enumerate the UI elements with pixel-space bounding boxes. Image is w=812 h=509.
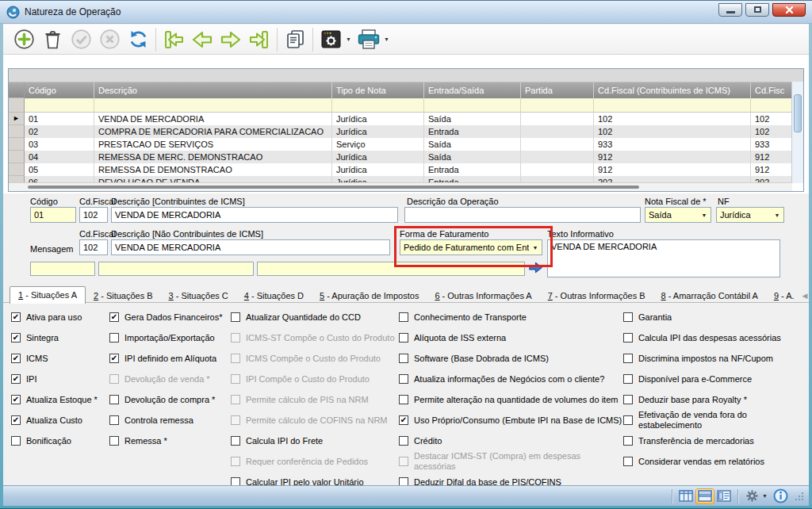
mensagem-field-1[interactable] — [30, 262, 95, 276]
print-button[interactable] — [354, 26, 383, 53]
grid-column-header[interactable]: Código — [25, 82, 94, 98]
checkbox-item[interactable]: Devolução de venda * — [109, 369, 230, 389]
tab-a-[interactable]: 9 - A. — [766, 288, 802, 303]
checkbox-item[interactable]: Atualiza informações de Negócios com o c… — [399, 369, 622, 389]
horizontal-scrollbar[interactable] — [9, 182, 792, 191]
restore-button[interactable] — [745, 3, 769, 17]
chevron-down-icon[interactable]: ▼ — [698, 208, 710, 222]
tab-apura-o-de-impostos[interactable]: 5 - Apuração de Impostos — [312, 288, 427, 303]
checkbox[interactable] — [623, 333, 633, 343]
checkbox-item[interactable]: Permite cálculo de PIS na NRM — [231, 389, 397, 410]
grid-view-button[interactable] — [676, 488, 695, 504]
grid-filter-cell[interactable] — [424, 98, 521, 113]
checkbox-item[interactable]: Remessa * — [109, 431, 230, 451]
checkbox-item[interactable]: ✔Ativa para uso — [11, 307, 109, 327]
nf-select[interactable]: Jurídica ▼ — [716, 207, 784, 223]
checkbox-item[interactable]: ✔Gera Dados Financeiros* — [109, 307, 230, 327]
checkbox[interactable] — [399, 333, 408, 343]
checkbox[interactable] — [231, 312, 240, 322]
next-record-button[interactable] — [216, 26, 245, 53]
checkbox[interactable] — [623, 374, 633, 384]
delete-button[interactable] — [38, 26, 67, 53]
descricao-nao-contribuintes-field[interactable]: VENDA DE MERCADORIA — [111, 239, 390, 255]
checkbox[interactable]: ✔ — [109, 354, 119, 363]
grid-column-header[interactable]: Partida — [521, 82, 594, 98]
codigo-field[interactable]: 01 — [30, 207, 76, 223]
close-button[interactable] — [772, 3, 806, 17]
checkbox[interactable] — [623, 457, 633, 466]
checkbox-item[interactable]: ✔IPI definido em Alíquota — [109, 348, 230, 369]
checkbox-item[interactable]: ✔Uso Próprio/Consumo (Embute IPI na Base… — [399, 410, 622, 431]
checkbox[interactable] — [11, 436, 21, 446]
checkbox[interactable]: ✔ — [11, 333, 21, 343]
checkbox[interactable]: ✔ — [399, 415, 408, 425]
checkbox-item[interactable]: ✔Sintegra — [11, 327, 109, 348]
checkbox[interactable]: ✔ — [11, 354, 21, 363]
checkbox-item[interactable]: Devolução de compra * — [109, 389, 230, 410]
checkbox-item[interactable]: Software (Base Dobrada de ICMS) — [399, 348, 622, 369]
refresh-button[interactable] — [124, 26, 152, 53]
apply-message-button[interactable] — [528, 260, 543, 278]
checkbox-item[interactable]: Atualizar Quantidade do CCD — [231, 307, 397, 327]
tab-situa-es-c[interactable]: 3 - Situações C — [161, 288, 236, 303]
row-selector[interactable] — [9, 138, 25, 151]
cd-fiscal-2-field[interactable]: 102 — [79, 239, 108, 255]
first-record-button[interactable] — [159, 26, 188, 53]
checkbox[interactable]: ✔ — [109, 312, 119, 322]
table-row[interactable]: ►01VENDA DE MERCADORIAJurídicaSaída10210… — [9, 113, 792, 125]
checkbox[interactable]: ✔ — [11, 415, 21, 425]
scrollbar-thumb[interactable] — [28, 186, 639, 189]
grid-filter-cell[interactable] — [25, 98, 94, 113]
tab-situa-es-d[interactable]: 4 - Situações D — [236, 288, 312, 303]
forma-faturamento-select[interactable]: Pedido de Faturamento com Entre ▼ — [400, 239, 542, 255]
row-selector[interactable] — [9, 163, 25, 176]
mensagem-field-3[interactable] — [257, 262, 525, 276]
checkbox-item[interactable]: Crédito — [399, 431, 622, 451]
table-row[interactable]: 05REMESSA DE DEMONSTRACAOJurídicaEntrada… — [9, 163, 792, 176]
checkbox-item[interactable]: Alíquota de ISS externa — [399, 327, 622, 348]
checkbox-item[interactable]: ✔ICMS — [11, 348, 109, 369]
minimize-button[interactable] — [718, 3, 742, 17]
grid-filter-cell[interactable] — [332, 98, 424, 113]
checkbox-item[interactable]: ✔Atualiza Estoque * — [11, 389, 109, 410]
tab-scroll-left-icon[interactable]: ◀ — [802, 292, 808, 300]
titlebar[interactable]: Natureza de Operação — [0, 0, 812, 24]
grid-filter-cell[interactable] — [521, 98, 594, 113]
tab-amarra-o-cont-bil-a[interactable]: 8 - Amarração Contábil A — [653, 288, 766, 303]
mensagem-field-2[interactable] — [98, 262, 254, 276]
last-record-button[interactable] — [245, 26, 274, 53]
grid-filter-cell[interactable] — [594, 98, 751, 113]
tab-outras-informa-es-a[interactable]: 6 - Outras Informações A — [427, 288, 539, 303]
checkbox-item[interactable]: ✔Atualiza Custo — [11, 410, 109, 431]
tab-situa-es-a[interactable]: 1 - Situações A — [10, 286, 86, 304]
statusbar-settings-caret[interactable]: ▼ — [762, 493, 768, 499]
checkbox[interactable] — [623, 436, 633, 446]
checkbox-item[interactable]: Deduzir base para Royalty * — [623, 389, 804, 410]
checkbox[interactable] — [231, 436, 240, 446]
chevron-down-icon[interactable]: ▼ — [771, 208, 783, 222]
descricao-contribuintes-field[interactable]: VENDA DE MERCADORIA — [111, 207, 398, 223]
checkbox-item[interactable]: Discrimina impostos na NF/Cupom — [623, 348, 804, 369]
checkbox-item[interactable]: Calcula IPI do Frete — [231, 431, 397, 451]
checkbox-item[interactable]: Considerar vendas em relatórios — [623, 451, 804, 472]
checkbox-item[interactable]: Calcula IPI das despesas acessórias — [623, 327, 804, 348]
checkbox[interactable] — [623, 415, 633, 425]
vertical-scrollbar[interactable] — [791, 82, 803, 183]
checkbox-item[interactable]: Efetivação de venda fora do estabelecime… — [623, 410, 804, 431]
checkbox[interactable] — [399, 374, 408, 384]
settings-button[interactable] — [316, 26, 345, 53]
form-view-button[interactable] — [714, 488, 733, 504]
row-selector[interactable]: ► — [9, 113, 25, 125]
checkbox[interactable] — [109, 395, 119, 404]
cd-fiscal-1-field[interactable]: 102 — [79, 207, 108, 223]
checkbox[interactable] — [399, 354, 408, 363]
table-row[interactable]: 03PRESTACAO DE SERVIÇOSServiçoSaída93393… — [9, 138, 792, 151]
grid-column-header[interactable]: Descrição — [94, 82, 332, 98]
checkbox-item[interactable]: Garantia — [623, 307, 804, 327]
checkbox[interactable]: ✔ — [11, 374, 21, 384]
checkbox-item[interactable]: ICMS Compõe o Custo do Produto — [231, 348, 397, 369]
checkbox-item[interactable]: Disponível para e-Commerce — [623, 369, 804, 389]
checkbox[interactable] — [109, 333, 119, 343]
checkbox[interactable] — [109, 415, 119, 425]
print-dropdown-caret[interactable]: ▼ — [384, 36, 389, 42]
